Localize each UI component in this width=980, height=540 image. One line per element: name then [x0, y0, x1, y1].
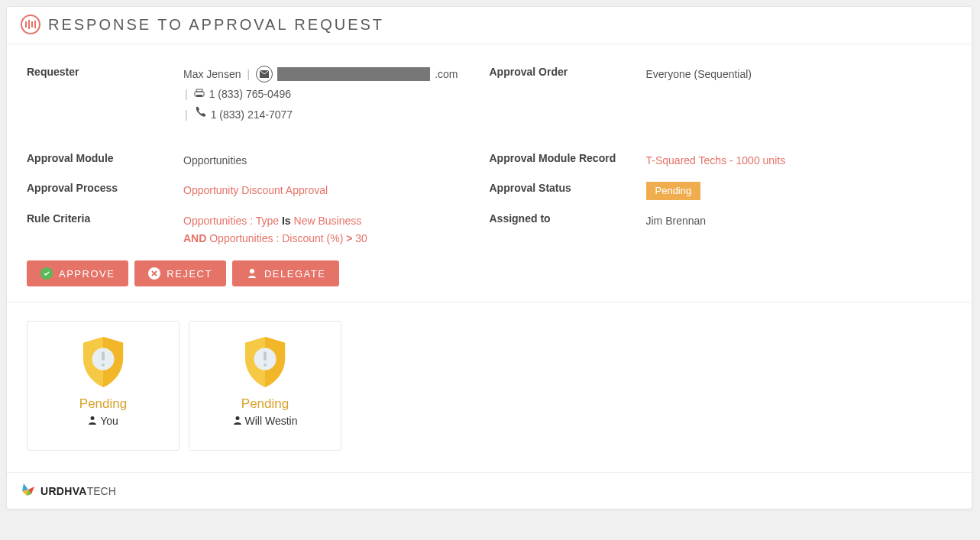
svg-rect-6 [102, 352, 105, 361]
status-badge: Pending [646, 182, 701, 201]
separator: | [185, 106, 188, 123]
requester-fax: 1 (833) 765-0496 [209, 86, 291, 102]
approval-order-label: Approval Order [490, 66, 646, 126]
approval-process-link[interactable]: Opportunity Discount Approval [183, 184, 328, 196]
rule-criteria-label: Rule Criteria [27, 212, 183, 247]
vendor-logo-icon [21, 482, 36, 500]
approver-name: Will Westin [245, 415, 298, 427]
approver-status: Pending [35, 396, 171, 412]
delegate-button[interactable]: DELEGATE [232, 260, 339, 286]
reject-label: REJECT [167, 268, 212, 280]
app-logo-icon [21, 15, 40, 34]
approval-module-record-label: Approval Module Record [490, 152, 646, 169]
assigned-to-value: Jim Brennan [646, 212, 707, 247]
shield-pending-icon [242, 335, 288, 389]
fax-icon [194, 86, 205, 102]
approval-module-value: Opportunities [183, 152, 247, 169]
vendor-brand: URDHVATECH [40, 485, 116, 497]
svg-rect-11 [264, 364, 267, 367]
approver-name: You [100, 415, 118, 427]
requester-email-suffix: .com [435, 66, 458, 82]
svg-point-12 [235, 416, 239, 420]
rule-op-2: > [346, 232, 352, 244]
rule-val-2: 30 [355, 232, 367, 244]
approver-status: Pending [197, 396, 333, 412]
cross-icon [148, 267, 160, 280]
approval-process-label: Approval Process [27, 182, 183, 201]
rule-op-1: Is [282, 215, 291, 227]
approval-status-label: Approval Status [490, 182, 646, 201]
approver-cards: Pending You Pending [27, 302, 952, 464]
approval-order-value: Everyone (Sequential) [646, 66, 752, 126]
rule-criteria-value: Opportunities : Type Is New Business AND… [183, 212, 367, 247]
requester-email-redacted [277, 67, 430, 81]
reject-button[interactable]: REJECT [134, 260, 226, 286]
delegate-label: DELEGATE [264, 268, 325, 280]
requester-label: Requester [27, 66, 183, 126]
assigned-to-label: Assigned to [490, 212, 646, 247]
phone-icon [194, 106, 206, 123]
person-icon [88, 415, 97, 427]
approver-card: Pending You [27, 321, 180, 451]
rule-field-2: Opportunities : Discount (%) [209, 232, 343, 244]
action-bar: APPROVE REJECT DELEGATE [27, 260, 952, 302]
requester-name: Max Jensen [183, 66, 241, 82]
rule-field-1: Opportunities : Type [183, 215, 279, 227]
svg-rect-2 [196, 89, 202, 92]
separator: | [247, 66, 250, 82]
separator: | [185, 86, 188, 102]
check-icon [40, 267, 53, 280]
panel-header: RESPONSE TO APPROVAL REQUEST [7, 7, 972, 44]
approval-module-record-link[interactable]: T-Squared Techs - 1000 units [646, 154, 786, 167]
svg-rect-3 [196, 95, 202, 97]
svg-point-8 [91, 416, 95, 420]
vendor-brand-strong: URDHVA [40, 485, 87, 497]
rule-val-1: New Business [294, 215, 362, 227]
requester-value: Max Jensen | .com | 1 (833) 765-0496 [183, 66, 458, 126]
requester-phone: 1 (833) 214-7077 [211, 106, 293, 123]
rule-connector: AND [183, 232, 206, 244]
approve-label: APPROVE [59, 268, 115, 280]
page-title: RESPONSE TO APPROVAL REQUEST [48, 16, 384, 34]
vendor-brand-light: TECH [87, 485, 116, 497]
svg-rect-10 [264, 352, 267, 361]
svg-rect-7 [102, 364, 105, 367]
shield-pending-icon [80, 335, 126, 389]
person-icon [233, 415, 242, 427]
user-icon [246, 267, 258, 280]
approver-card: Pending Will Westin [189, 321, 341, 451]
email-icon [256, 66, 273, 82]
svg-point-4 [250, 269, 254, 273]
approve-button[interactable]: APPROVE [27, 260, 128, 286]
approval-response-panel: RESPONSE TO APPROVAL REQUEST Requester M… [6, 6, 972, 509]
panel-footer: URDHVATECH [7, 472, 972, 509]
approval-module-label: Approval Module [27, 152, 183, 169]
